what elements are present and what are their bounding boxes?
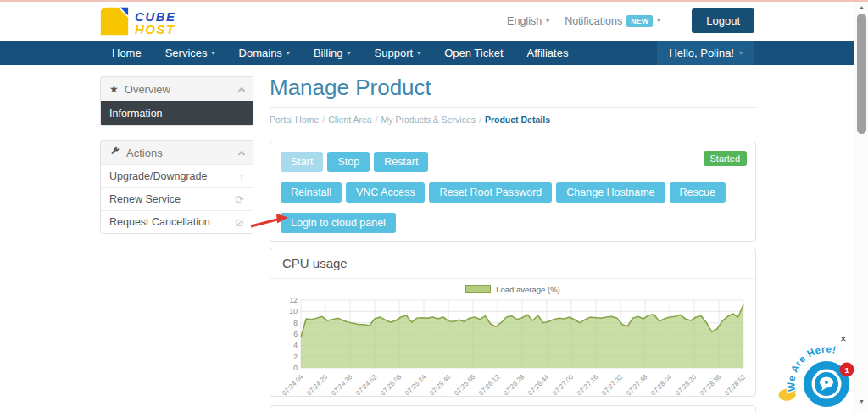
action-label: Request Cancellation bbox=[109, 216, 210, 228]
refresh-icon: ⟳ bbox=[235, 193, 244, 206]
main-nav: HomeServices▾Domains▾Billing▾Support▾Ope… bbox=[0, 41, 868, 65]
star-icon: ★ bbox=[109, 83, 119, 95]
reinstall-button[interactable]: Reinstall bbox=[281, 182, 342, 203]
page: CUBE HOST English ▾ Notifications NEW ▾ … bbox=[0, 0, 868, 412]
svg-text:07:28:04: 07:28:04 bbox=[649, 373, 674, 398]
svg-text:07:24:36: 07:24:36 bbox=[330, 373, 354, 398]
user-greeting: Hello, Polina! bbox=[669, 47, 734, 59]
nav-item-domains[interactable]: Domains▾ bbox=[227, 41, 302, 65]
next-panel bbox=[270, 405, 756, 412]
user-menu[interactable]: Hello, Polina! ▾ bbox=[657, 41, 754, 65]
brand-name-bottom: HOST bbox=[135, 23, 176, 36]
scroll-up-arrow-icon[interactable]: ▲ bbox=[854, 4, 868, 10]
svg-text:8: 8 bbox=[293, 319, 298, 327]
svg-text:07:27:00: 07:27:00 bbox=[551, 373, 576, 398]
sidebar-item-request-cancellation[interactable]: Request Cancellation⊘ bbox=[101, 210, 253, 233]
svg-text:2: 2 bbox=[293, 353, 298, 361]
chevron-down-icon: ▾ bbox=[657, 17, 660, 25]
wrench-icon bbox=[109, 146, 120, 159]
management-button-row: ReinstallVNC AccessReset Root PasswordCh… bbox=[281, 182, 745, 203]
sidebar-item-information[interactable]: Information bbox=[101, 101, 253, 125]
ban-icon: ⊘ bbox=[235, 216, 244, 229]
brand-logo[interactable]: CUBE HOST bbox=[100, 7, 176, 39]
svg-text:07:26:12: 07:26:12 bbox=[477, 373, 502, 398]
breadcrumb: Portal Home/Client Area/My Products & Se… bbox=[270, 114, 756, 125]
chevron-up-icon bbox=[238, 86, 245, 93]
nav-item-affiliates[interactable]: Affiliates bbox=[515, 41, 581, 65]
legend-label: Load average (%) bbox=[496, 285, 560, 294]
svg-text:07:25:24: 07:25:24 bbox=[403, 373, 428, 398]
legend-swatch bbox=[465, 285, 491, 293]
notifications-label: Notifications bbox=[565, 15, 622, 27]
nav-item-open-ticket[interactable]: Open Ticket bbox=[432, 41, 515, 65]
start-button[interactable]: Start bbox=[281, 152, 323, 172]
breadcrumb-product-details: Product Details bbox=[485, 114, 550, 125]
nav-items: HomeServices▾Domains▾Billing▾Support▾Ope… bbox=[100, 41, 580, 65]
header-actions: English ▾ Notifications NEW ▾ Logout bbox=[507, 8, 754, 33]
svg-text:6: 6 bbox=[293, 330, 298, 338]
annotation-arrow bbox=[249, 212, 292, 231]
chevron-down-icon: ▾ bbox=[546, 17, 549, 25]
rescue-button[interactable]: Rescue bbox=[670, 182, 726, 203]
nav-item-services[interactable]: Services▾ bbox=[153, 41, 227, 65]
chevron-down-icon: ▾ bbox=[287, 49, 290, 57]
arrow-up-icon: ↑ bbox=[239, 170, 245, 183]
breadcrumb-my-products-services[interactable]: My Products & Services bbox=[381, 114, 476, 125]
chevron-down-icon: ▾ bbox=[739, 49, 743, 57]
chevron-down-icon: ▾ bbox=[212, 49, 215, 57]
breadcrumb-portal-home[interactable]: Portal Home bbox=[270, 114, 319, 125]
svg-text:07:25:40: 07:25:40 bbox=[428, 373, 453, 398]
top-header: CUBE HOST English ▾ Notifications NEW ▾ … bbox=[0, 2, 868, 41]
language-label: English bbox=[507, 15, 542, 27]
nav-item-home[interactable]: Home bbox=[100, 41, 153, 65]
svg-text:07:25:56: 07:25:56 bbox=[453, 373, 477, 398]
logout-button[interactable]: Logout bbox=[692, 8, 754, 33]
svg-text:07:25:08: 07:25:08 bbox=[379, 373, 403, 398]
nav-item-billing[interactable]: Billing▾ bbox=[302, 41, 363, 65]
svg-text:12: 12 bbox=[290, 296, 298, 304]
svg-text:07:26:28: 07:26:28 bbox=[502, 373, 526, 398]
chat-close-icon[interactable]: × bbox=[840, 332, 847, 345]
chevron-up-icon bbox=[238, 150, 245, 157]
overview-panel-header[interactable]: ★ Overview bbox=[101, 77, 253, 101]
sidebar-item-renew-service[interactable]: Renew Service⟳ bbox=[101, 187, 253, 210]
svg-text:07:24:20: 07:24:20 bbox=[305, 373, 330, 398]
overview-title: Overview bbox=[125, 83, 170, 96]
sidebar: ★ Overview Information Actions Upgrade/D… bbox=[100, 76, 253, 248]
action-label: Upgrade/Downgrade bbox=[109, 170, 207, 182]
vnc-access-button[interactable]: VNC Access bbox=[346, 182, 425, 203]
cpu-usage-panel: CPU usage Load average (%) 02468101207:2… bbox=[270, 248, 756, 397]
chart-legend: Load average (%) bbox=[270, 283, 755, 295]
svg-text:4: 4 bbox=[293, 341, 298, 349]
nav-item-support[interactable]: Support▾ bbox=[363, 41, 433, 65]
header-divider bbox=[676, 10, 676, 32]
scrollbar-thumb[interactable] bbox=[857, 14, 866, 134]
svg-text:07:26:44: 07:26:44 bbox=[526, 373, 551, 398]
restart-button[interactable]: Restart bbox=[374, 152, 428, 172]
notifications-menu[interactable]: Notifications NEW ▾ bbox=[565, 15, 660, 27]
actions-list: Upgrade/Downgrade↑Renew Service⟳Request … bbox=[101, 164, 253, 233]
page-title: Manage Product bbox=[270, 75, 756, 108]
svg-text:07:28:20: 07:28:20 bbox=[674, 373, 698, 398]
reset-root-password-button[interactable]: Reset Root Password bbox=[429, 182, 552, 203]
sidebar-item-upgrade-downgrade[interactable]: Upgrade/Downgrade↑ bbox=[101, 164, 253, 187]
login-to-cloud-panel-button[interactable]: Login to cloud panel bbox=[281, 213, 396, 233]
brand-logo-icon bbox=[100, 7, 129, 39]
actions-title: Actions bbox=[126, 147, 163, 159]
svg-text:07:27:48: 07:27:48 bbox=[625, 373, 649, 398]
actions-panel: Actions Upgrade/Downgrade↑Renew Service⟳… bbox=[100, 140, 253, 234]
brand-name-top: CUBE bbox=[135, 10, 176, 23]
svg-text:1: 1 bbox=[844, 366, 849, 375]
actions-panel-header[interactable]: Actions bbox=[101, 141, 253, 164]
main-content: Manage Product Portal Home/Client Area/M… bbox=[270, 75, 756, 125]
status-badge: Started bbox=[704, 151, 747, 166]
language-selector[interactable]: English ▾ bbox=[507, 15, 549, 27]
chat-widget[interactable]: We Are Here! 1 bbox=[776, 331, 868, 412]
change-hostname-button[interactable]: Change Hostname bbox=[556, 182, 665, 203]
stop-button[interactable]: Stop bbox=[327, 152, 370, 172]
server-controls-panel: Started StartStopRestart ReinstallVNC Ac… bbox=[270, 142, 756, 242]
breadcrumb-separator: / bbox=[479, 114, 481, 125]
new-badge: NEW bbox=[626, 15, 653, 27]
breadcrumb-client-area[interactable]: Client Area bbox=[328, 114, 371, 125]
svg-text:07:24:04: 07:24:04 bbox=[282, 373, 305, 398]
